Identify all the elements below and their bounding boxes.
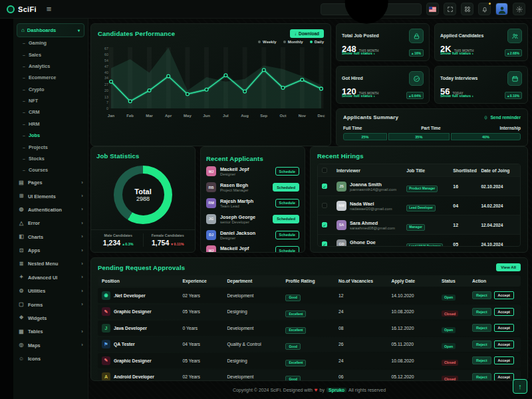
sidebar-item-forms[interactable]: ▢Forms› bbox=[17, 298, 84, 311]
row-checkbox[interactable]: ✓ bbox=[322, 184, 327, 189]
accept-button[interactable]: Accept bbox=[494, 373, 514, 381]
avatar: JS bbox=[336, 182, 346, 192]
sidebar-item-gaming[interactable]: –Gaming bbox=[17, 37, 84, 49]
send-reminder-link[interactable]: Send reminder bbox=[483, 115, 521, 120]
sidebar-item-jobs[interactable]: –Jobs bbox=[17, 130, 84, 141]
sidebar-item-ecommerce[interactable]: –Ecommerce bbox=[17, 72, 84, 83]
spruko-link[interactable]: Spruko bbox=[327, 388, 346, 392]
svg-text:Dec: Dec bbox=[317, 114, 325, 118]
column-header: No.of Vacancies bbox=[338, 279, 392, 283]
candidates-performance-card: Candidates Performance ↓Download WeeklyM… bbox=[90, 23, 331, 146]
summary-segment-internship: 40% bbox=[451, 133, 521, 140]
schedule-button[interactable]: Scheduled bbox=[273, 183, 299, 192]
chevron-right-icon: › bbox=[81, 221, 83, 226]
recent-hirings-card: Recent Hirings InterviewerJob TitleShort… bbox=[310, 146, 528, 253]
accept-button[interactable]: Accept bbox=[494, 356, 514, 364]
apply-date: 14.10.2020 bbox=[392, 293, 442, 298]
notifications-button[interactable] bbox=[478, 3, 491, 15]
show-full-status-link[interactable]: Show full status › bbox=[342, 94, 375, 98]
advanced-ui-icon: ✦ bbox=[18, 275, 25, 280]
sidebar-item-label: Apps bbox=[28, 247, 40, 253]
schedule-button[interactable]: Schedule bbox=[275, 231, 299, 239]
sidebar-item-nested-menu[interactable]: ≣Nested Menu› bbox=[17, 257, 84, 271]
sidebar-item-crypto[interactable]: –Crypto bbox=[17, 84, 84, 95]
scroll-to-top-button[interactable]: ↑ bbox=[513, 379, 527, 394]
sidebar-item-utilities[interactable]: ⚙Utilities› bbox=[17, 285, 84, 298]
applicant-role: Project Manager bbox=[220, 188, 269, 192]
job-title-badge: Manager bbox=[406, 224, 425, 231]
user-avatar[interactable] bbox=[495, 3, 508, 15]
row-checkbox[interactable]: ✓ bbox=[322, 222, 327, 227]
sidebar-item-tables[interactable]: ▦Tables› bbox=[17, 325, 84, 338]
fullscreen-button[interactable] bbox=[444, 3, 456, 15]
accept-button[interactable]: Accept bbox=[494, 291, 514, 299]
sidebar-item-hrm[interactable]: –HRM bbox=[17, 118, 84, 130]
show-full-status-link[interactable]: Show full status › bbox=[440, 51, 473, 55]
accept-button[interactable]: Accept bbox=[494, 308, 514, 316]
legend-item-daily[interactable]: Daily bbox=[310, 40, 324, 44]
sidebar-item-stocks[interactable]: –Stocks bbox=[17, 153, 84, 164]
hamburger-menu-icon[interactable]: ≡ bbox=[47, 5, 52, 13]
accept-button[interactable]: Accept bbox=[494, 324, 514, 332]
dash-icon: – bbox=[23, 145, 25, 150]
sidebar-item-error[interactable]: △Error› bbox=[17, 217, 84, 230]
download-button[interactable]: ↓Download bbox=[290, 29, 324, 38]
settings-button[interactable] bbox=[513, 3, 525, 15]
apps-grid-button[interactable] bbox=[461, 3, 473, 15]
brand[interactable]: SciFi bbox=[7, 5, 37, 13]
sidebar-item-icons[interactable]: ☺Icons bbox=[17, 352, 84, 365]
svg-text:Aug: Aug bbox=[241, 114, 249, 118]
sidebar-item-pages[interactable]: ▤Pages› bbox=[17, 176, 84, 190]
sidebar-item-crm[interactable]: –CRM bbox=[17, 106, 84, 118]
experience: 05 Years bbox=[182, 309, 227, 314]
show-full-status-link[interactable]: Show full status › bbox=[440, 94, 473, 98]
legend-dot bbox=[283, 41, 286, 43]
schedule-button[interactable]: Schedule bbox=[275, 167, 299, 176]
sidebar-item-charts[interactable]: ◧Charts› bbox=[17, 230, 84, 243]
sidebar-item-widgets[interactable]: ❖Widgets bbox=[17, 311, 84, 325]
change-badge: ▴ 0.64% bbox=[406, 92, 424, 99]
reject-button[interactable]: Reject bbox=[472, 373, 491, 381]
schedule-button[interactable]: Schedule bbox=[275, 199, 299, 207]
reject-button[interactable]: Reject bbox=[472, 324, 491, 332]
sidebar-item-sales[interactable]: –Sales bbox=[17, 49, 84, 60]
sidebar-item-apps[interactable]: ⊡Apps› bbox=[17, 243, 84, 257]
search-icon[interactable] bbox=[331, 0, 417, 53]
sidebar-item-authentication[interactable]: ◍Authentication› bbox=[17, 203, 84, 216]
reject-button[interactable]: Reject bbox=[472, 356, 491, 364]
select-all-checkbox[interactable] bbox=[322, 168, 327, 173]
sidebar-item-label: Stocks bbox=[29, 156, 45, 162]
applicant-role: senior Developer bbox=[220, 220, 269, 224]
sidebar-item-nft[interactable]: –NFT bbox=[17, 95, 84, 106]
reject-button[interactable]: Reject bbox=[472, 340, 491, 348]
legend-item-weekly[interactable]: Weekly bbox=[258, 40, 277, 44]
search-input[interactable] bbox=[325, 6, 328, 12]
calendar-icon bbox=[507, 71, 522, 86]
top-navbar: SciFi ≡ bbox=[0, 0, 532, 19]
row-checkbox[interactable] bbox=[322, 203, 327, 208]
accept-button[interactable]: Accept bbox=[494, 340, 514, 348]
sidebar-item-label: Gaming bbox=[29, 40, 47, 46]
change-badge: ▴ 0.10% bbox=[505, 92, 522, 99]
view-all-button[interactable]: View All bbox=[496, 263, 521, 271]
sidebar-item-ui-elements[interactable]: ⊞UI Elements› bbox=[17, 190, 84, 203]
svg-text:67: 67 bbox=[104, 47, 108, 51]
sidebar-item-courses[interactable]: –Courses bbox=[17, 164, 84, 176]
schedule-button[interactable]: Scheduled bbox=[273, 215, 299, 223]
change-badge: ▴ 2.68% bbox=[505, 49, 522, 57]
sidebar-item-projects[interactable]: –Projects bbox=[17, 141, 84, 152]
reject-button[interactable]: Reject bbox=[472, 291, 491, 299]
schedule-button[interactable]: Schedule bbox=[275, 246, 299, 253]
status-badge: Closed bbox=[442, 360, 458, 366]
sidebar-item-advanced-ui[interactable]: ✦Advanced UI› bbox=[17, 271, 84, 284]
hired-check-icon bbox=[409, 71, 424, 86]
row-checkbox[interactable]: ✓ bbox=[322, 241, 327, 247]
legend-item-monthly[interactable]: Monthly bbox=[283, 40, 303, 44]
sidebar-item-maps[interactable]: ◎Maps› bbox=[17, 338, 84, 352]
sidebar-item-dashboards[interactable]: ⌂ Dashboards ▾ bbox=[17, 23, 84, 37]
position-name: Graphic Designer bbox=[114, 309, 152, 314]
reject-button[interactable]: Reject bbox=[472, 308, 491, 316]
sidebar-item-analytics[interactable]: –Analytics bbox=[17, 61, 84, 72]
language-flag-button[interactable] bbox=[426, 3, 439, 15]
profile-rating-badge: Good bbox=[285, 295, 301, 301]
